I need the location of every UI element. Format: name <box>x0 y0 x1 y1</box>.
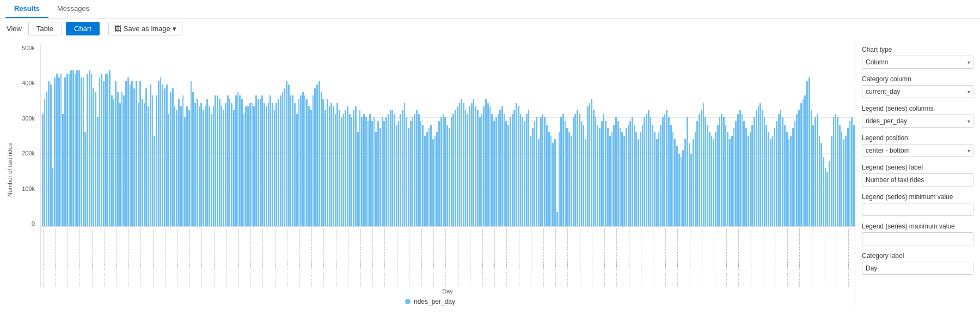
bar <box>225 103 226 226</box>
x-label <box>363 228 365 287</box>
x-label <box>727 228 728 287</box>
bar <box>192 92 194 226</box>
x-label: 2016-05-01T00:00:00.0000000 <box>347 228 348 287</box>
x-label <box>101 228 102 287</box>
x-label <box>589 228 591 287</box>
x-label <box>607 228 609 287</box>
bar <box>274 110 275 226</box>
bar <box>778 114 780 226</box>
legend-series-label-input[interactable] <box>862 173 973 186</box>
x-label <box>560 228 562 287</box>
x-label: 2016-12-25T00:00:00.0000000 <box>823 228 824 287</box>
x-label <box>424 228 426 287</box>
x-label <box>743 228 745 287</box>
x-label <box>150 228 151 287</box>
bar <box>617 121 619 226</box>
x-label <box>52 228 54 287</box>
bar <box>359 110 361 226</box>
x-label <box>699 228 700 287</box>
x-label <box>800 228 802 287</box>
bar <box>628 125 629 226</box>
category-column-select[interactable]: current_day <box>862 85 973 98</box>
x-label <box>544 228 546 287</box>
bar <box>288 85 290 226</box>
x-label <box>703 228 705 287</box>
bar <box>266 106 267 226</box>
legend-series-label-label: Legend (series) label <box>862 164 973 171</box>
x-label <box>568 228 570 287</box>
bar <box>574 114 576 226</box>
bar <box>113 99 115 226</box>
bar <box>765 125 767 226</box>
bar <box>184 117 186 226</box>
x-label <box>245 228 247 287</box>
bar <box>719 117 721 226</box>
bar <box>800 103 802 226</box>
bar <box>406 117 407 226</box>
bar <box>52 168 54 226</box>
chart-type-select-wrapper: Column <box>862 56 973 69</box>
bar <box>548 132 550 226</box>
bar <box>681 157 682 226</box>
bar <box>577 110 578 226</box>
bar <box>499 110 501 226</box>
chart-type-group: Chart type Column <box>862 46 973 69</box>
bar <box>505 121 507 226</box>
bar <box>792 128 794 226</box>
bar <box>388 114 389 226</box>
bar <box>176 110 177 226</box>
table-button[interactable]: Table <box>28 22 62 35</box>
bar <box>382 117 383 226</box>
x-label <box>288 228 290 287</box>
bar <box>812 125 814 226</box>
x-label <box>784 228 786 287</box>
x-label: 2016-08-25T00:00:00.0000000 <box>518 228 519 287</box>
x-label <box>418 228 420 287</box>
legend-min-input[interactable] <box>862 203 973 216</box>
bar <box>443 114 444 226</box>
category-label-input[interactable] <box>862 262 973 275</box>
bar <box>786 132 788 226</box>
bar <box>221 106 223 226</box>
x-label <box>719 228 721 287</box>
x-label <box>581 228 583 287</box>
bar <box>742 114 743 226</box>
x-label <box>282 228 284 287</box>
x-label <box>792 228 794 287</box>
tab-messages[interactable]: Messages <box>48 0 98 18</box>
legend-series-columns-select[interactable]: rides_per_day <box>862 115 973 128</box>
y-label-500k: 500k <box>22 45 35 51</box>
x-label <box>475 228 476 287</box>
save-as-image-button[interactable]: 🖼 Save as image ▾ <box>108 22 182 35</box>
legend-position-label: Legend position: <box>862 134 973 142</box>
bar <box>620 128 621 226</box>
bar <box>361 117 363 226</box>
tab-results[interactable]: Results <box>5 0 48 18</box>
bar <box>298 99 300 226</box>
bar <box>451 117 452 226</box>
bar <box>648 110 650 226</box>
bar <box>687 117 688 226</box>
x-label <box>516 228 517 287</box>
bar <box>782 117 783 226</box>
x-label <box>473 228 475 287</box>
x-label: 2016-08-07T00:00:00.0000000 <box>542 228 544 287</box>
x-label <box>721 228 722 287</box>
bar <box>745 128 747 226</box>
bar <box>544 117 546 226</box>
bar <box>233 110 235 226</box>
chart-button[interactable]: Chart <box>66 22 100 35</box>
bar <box>530 136 531 227</box>
bar <box>327 99 328 226</box>
legend-position-select[interactable]: center - bottom <box>862 144 973 157</box>
chart-type-select[interactable]: Column <box>862 56 973 69</box>
bar <box>790 136 792 227</box>
bar <box>623 136 625 227</box>
x-label <box>398 228 400 287</box>
x-label <box>184 228 186 287</box>
y-label-0: 0 <box>32 220 35 227</box>
bar <box>507 125 509 226</box>
bar <box>142 99 143 226</box>
legend-max-input[interactable] <box>862 232 973 245</box>
x-label <box>483 228 485 287</box>
